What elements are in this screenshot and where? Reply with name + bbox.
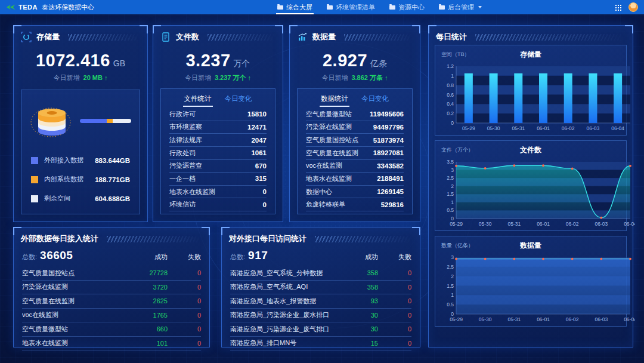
success-count: 93 [336, 297, 378, 304]
svg-text:0: 0 [451, 120, 454, 126]
fail-count: 0 [168, 312, 201, 319]
row-label: 地表水在线监测 [306, 174, 352, 183]
folder-icon [327, 5, 333, 10]
legend-item: 剩余空间604.688GB [31, 194, 130, 203]
svg-text:2.5: 2.5 [447, 175, 454, 181]
success-count: 30 [336, 312, 378, 319]
success-count: 30 [336, 325, 378, 333]
external-ingest-panel: 外部数据每日接入统计 总数: 36605 成功 失败 空气质量国控站点27728… [13, 227, 210, 347]
nav-menu: 综合大屏环境管理清单资源中心后台管理 [270, 0, 489, 14]
data-value: 2.927 [323, 51, 367, 70]
avatar[interactable] [628, 2, 638, 12]
tab-data-statistics[interactable]: 数据统计 [320, 94, 349, 107]
svg-text:05-30: 05-30 [479, 221, 492, 227]
svg-text:05-31: 05-31 [507, 316, 521, 322]
success-count: 358 [336, 284, 378, 291]
row-label: 南港应急局_地表水_报警数据 [230, 297, 336, 306]
data-card-title: 数据量 [312, 32, 336, 42]
table-row: 空气质量国控站点51873974 [306, 134, 404, 147]
folder-icon [277, 5, 283, 10]
nav-item-3[interactable]: 后台管理 [432, 0, 489, 14]
svg-text:0.6: 0.6 [447, 92, 454, 98]
row-label: 南港应急局_污染源企业_废气排口 [230, 325, 336, 334]
row-value: 0 [263, 188, 267, 195]
tab-today-change[interactable]: 今日变化 [360, 94, 390, 107]
table-row: 法律法规库2047 [169, 134, 267, 147]
nav-item-1[interactable]: 环境管理清单 [320, 0, 382, 14]
table-row: 地表水在线监测1010 [22, 337, 201, 351]
legend-value: 604.688GB [95, 195, 130, 202]
tab-today-change[interactable]: 今日变化 [224, 94, 253, 107]
files-table-box: 文件统计 今日变化 行政许可15810市环境监察12471法律法规库2047行政… [160, 88, 275, 214]
svg-text:05-29: 05-29 [450, 316, 463, 322]
data-table-box: 数据统计 今日变化 空气质量微型站119495606污染源在线监测9449779… [297, 88, 413, 214]
svg-text:0.8: 0.8 [447, 82, 454, 88]
row-value: 2047 [251, 137, 267, 144]
row-label: 行政处罚 [169, 149, 196, 158]
success-count: 101 [126, 340, 168, 347]
chart-title: 存储量 [435, 50, 626, 60]
row-label: 污染源普查 [169, 161, 202, 170]
row-value: 15810 [247, 110, 267, 118]
svg-text:3: 3 [451, 254, 454, 260]
svg-text:06-03: 06-03 [595, 316, 608, 322]
fail-count: 0 [378, 284, 411, 291]
logo-text: TEDA [18, 4, 38, 11]
files-delta: 今日新增3.237 万个 ↑ [153, 73, 283, 82]
svg-text:2: 2 [451, 273, 454, 279]
total-label: 总数: [230, 253, 245, 262]
svg-text:0.5: 0.5 [447, 207, 454, 213]
svg-text:0.4: 0.4 [447, 101, 454, 107]
legend-label: 内部系统数据 [44, 175, 83, 184]
chart-trend-icon [297, 32, 308, 42]
table-row: 市环境监察12471 [169, 121, 267, 134]
success-count: 358 [336, 269, 378, 276]
files-daily-chart: 文件（万个） 文件数 00.511.522.533.505-2905-3005-… [435, 140, 627, 231]
svg-text:05-31: 05-31 [507, 221, 521, 227]
row-label: 法律法规库 [169, 136, 202, 144]
daily-stats-panel: 每日统计 空间（TB） 存储量 00.20.40.60.811.205-2905… [428, 25, 633, 347]
row-label: 空气质量在线监测 [306, 149, 358, 158]
data-rows: 空气质量微型站119495606污染源在线监测94497796空气质量国控站点5… [306, 108, 404, 211]
header-stripes [107, 236, 202, 242]
table-row: 南港应急局_空气系统_AQI3580 [230, 281, 411, 295]
nav-item-label: 综合大屏 [286, 3, 312, 12]
legend-value: 188.771GB [95, 176, 130, 183]
chart-title: 数据量 [435, 241, 626, 251]
nav-item-label: 后台管理 [448, 3, 474, 12]
table-row: 污染源在线监测94497796 [306, 121, 404, 134]
tab-file-statistics[interactable]: 文件统计 [183, 94, 213, 107]
usage-bar-segment [107, 119, 113, 123]
legend-item: 外部接入数据883.644GB [31, 156, 130, 165]
chart-title: 文件数 [435, 145, 626, 155]
legend-swatch [31, 157, 38, 164]
app-grid-icon[interactable] [615, 4, 621, 11]
svg-text:0.2: 0.2 [447, 110, 454, 116]
nav-item-0[interactable]: 综合大屏 [270, 0, 320, 14]
svg-text:06-04: 06-04 [624, 316, 635, 322]
legend-label: 外部接入数据 [44, 156, 83, 165]
svg-text:06-01: 06-01 [537, 221, 550, 227]
svg-text:3.5: 3.5 [447, 159, 454, 165]
files-unit: 万个 [234, 59, 250, 68]
row-value: 1061 [251, 149, 267, 156]
fail-count: 0 [168, 297, 201, 304]
row-value: 3343582 [377, 162, 404, 170]
row-label: 数据中心 [306, 187, 332, 196]
row-value: 18927081 [373, 149, 404, 156]
external-stat-head: 总数: 36605 成功 失败 [14, 247, 209, 266]
fail-count: 0 [168, 340, 201, 347]
row-label: 南港应急局_空气系统_AQI [230, 282, 336, 291]
header-stripes [344, 34, 413, 41]
row-value: 2188491 [377, 175, 404, 182]
row-value: 670 [255, 162, 267, 170]
table-row: 数据中心1269145 [306, 186, 404, 199]
table-row: 南港应急局_污染源企业_废水排口300 [230, 309, 411, 323]
line-chart-svg: 00.511.522.533.505-2905-3005-3106-0106-0… [438, 159, 635, 229]
svg-text:06-03: 06-03 [595, 221, 608, 227]
table-row: 行政许可15810 [169, 108, 267, 121]
total-value: 36605 [40, 249, 73, 262]
table-row: 空气质量国控站点277280 [22, 266, 201, 281]
nav-item-2[interactable]: 资源中心 [382, 0, 432, 14]
svg-text:06-04: 06-04 [624, 221, 635, 227]
